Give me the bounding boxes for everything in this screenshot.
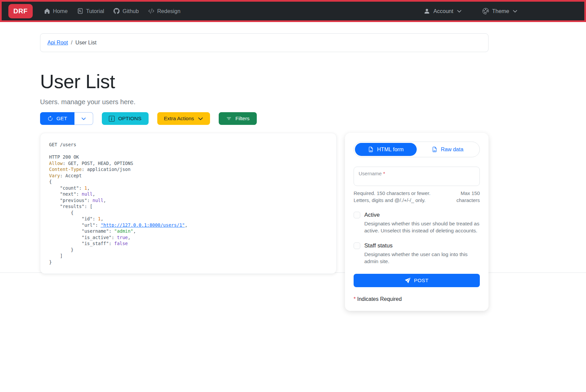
toolbar: GET OPTIONS Extra Actions Filters: [40, 112, 489, 125]
staff-status-checkbox[interactable]: [354, 242, 360, 249]
nav-item-redesign[interactable]: Redesign: [148, 8, 181, 14]
theme-label: Theme: [492, 8, 509, 14]
username-max-text: Max 150 characters: [449, 190, 480, 204]
person-icon: [424, 8, 430, 14]
nav-item-tutorial[interactable]: Tutorial: [77, 8, 104, 14]
tab-html-form-label: HTML form: [377, 147, 403, 153]
nav-item-label: Redesign: [157, 8, 181, 14]
chevron-down-icon: [513, 9, 518, 14]
breadcrumb-api-root-link[interactable]: Api Root: [47, 40, 68, 46]
journal-icon: [77, 8, 83, 14]
nav-item-home[interactable]: Home: [44, 8, 68, 14]
nav-right: Account Theme: [424, 8, 518, 14]
active-checkbox-description: Designates whether this user should be t…: [364, 220, 480, 234]
account-dropdown[interactable]: Account: [424, 8, 462, 14]
required-note: * Indicates Required: [354, 296, 480, 302]
filter-icon: [226, 116, 232, 122]
form-tabs: HTML form Raw data: [354, 142, 480, 157]
get-dropdown-toggle[interactable]: [74, 112, 93, 125]
tab-html-form[interactable]: HTML form: [355, 143, 417, 156]
tab-raw-data[interactable]: Raw data: [417, 143, 478, 156]
extra-actions-label: Extra Actions: [164, 116, 194, 122]
nav-item-label: Tutorial: [86, 8, 104, 14]
nav-item-label: Home: [53, 8, 68, 14]
send-icon: [405, 278, 410, 283]
options-button[interactable]: OPTIONS: [102, 112, 149, 125]
chevron-down-icon: [457, 9, 462, 14]
active-check-group: Active Designates whether this user shou…: [354, 212, 480, 234]
staff-status-checkbox-description: Designates whether the user can log into…: [364, 251, 480, 265]
breadcrumb-current: User List: [75, 40, 96, 46]
drf-logo[interactable]: DRF: [8, 4, 33, 18]
extra-actions-button[interactable]: Extra Actions: [157, 112, 210, 125]
tab-raw-data-label: Raw data: [441, 147, 463, 153]
required-note-text: Indicates Required: [357, 296, 402, 302]
post-button-label: POST: [414, 277, 428, 283]
required-asterisk: *: [354, 296, 356, 302]
filters-button-label: Filters: [235, 116, 249, 122]
theme-dropdown[interactable]: Theme: [482, 8, 518, 14]
active-checkbox[interactable]: [354, 212, 360, 218]
response-pre: GET /users HTTP 200 OKAllow: GET, POST, …: [49, 142, 328, 265]
nav-item-label: Github: [123, 8, 139, 14]
get-split-button: GET: [40, 112, 93, 125]
staff-status-checkbox-label[interactable]: Staff status: [364, 242, 393, 249]
nav-links: Home Tutorial Github Redesign: [44, 8, 181, 14]
code-slash-icon: [148, 8, 154, 14]
username-help-text: Required. 150 characters or fewer. Lette…: [354, 190, 448, 204]
staff-check-group: Staff status Designates whether the user…: [354, 242, 480, 265]
github-icon: [114, 8, 120, 14]
options-button-label: OPTIONS: [118, 116, 142, 122]
chevron-down-icon: [81, 116, 86, 121]
form-card: HTML form Raw data Username * Required. …: [345, 133, 489, 311]
navbar: DRF Home Tutorial Github: [0, 0, 586, 22]
post-button[interactable]: POST: [354, 274, 480, 287]
home-icon: [44, 8, 50, 14]
get-button-label: GET: [56, 116, 67, 122]
response-card: GET /users HTTP 200 OKAllow: GET, POST, …: [40, 133, 337, 274]
chevron-down-icon: [198, 116, 203, 122]
account-label: Account: [433, 8, 453, 14]
username-field-label: Username *: [359, 171, 385, 176]
required-asterisk: *: [383, 171, 385, 176]
username-field[interactable]: Username *: [354, 167, 480, 186]
breadcrumb-separator: /: [71, 40, 72, 46]
filetype-json-icon: [432, 147, 437, 152]
breadcrumb: Api Root / User List: [40, 33, 489, 52]
palette-icon: [482, 8, 489, 14]
refresh-icon: [47, 116, 53, 122]
username-help-row: Required. 150 characters or fewer. Lette…: [354, 190, 480, 204]
filters-button[interactable]: Filters: [219, 112, 257, 125]
page-subtitle: Users. manage your users here.: [40, 98, 489, 106]
main-content: GET /users HTTP 200 OKAllow: GET, POST, …: [40, 133, 489, 311]
nav-item-github[interactable]: Github: [114, 8, 139, 14]
get-button[interactable]: GET: [40, 112, 74, 125]
info-square-icon: [109, 116, 115, 122]
active-checkbox-label[interactable]: Active: [364, 212, 380, 218]
page-title: User List: [40, 70, 489, 92]
filetype-html-icon: [368, 147, 374, 152]
